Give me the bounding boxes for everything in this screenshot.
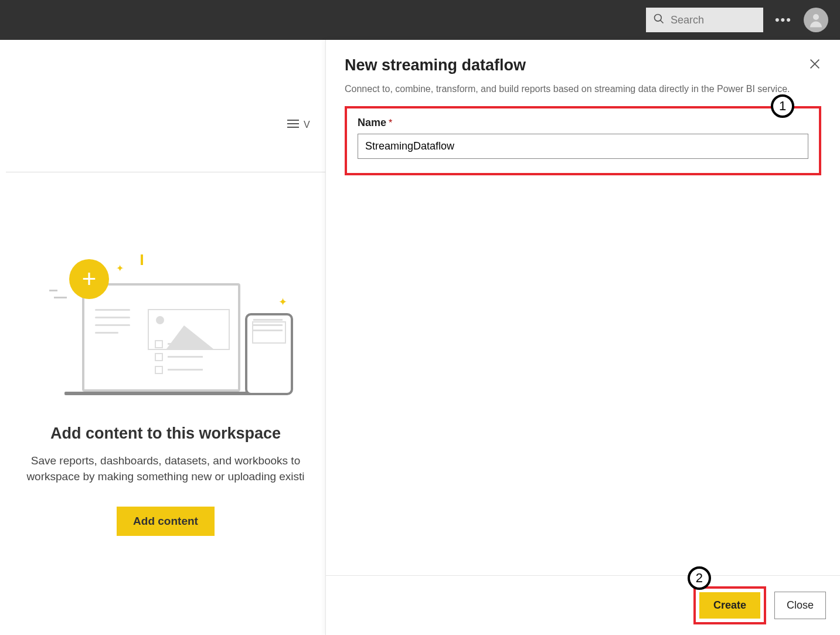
hamburger-icon: [287, 119, 299, 131]
new-streaming-dataflow-panel: New streaming dataflow Connect to, combi…: [325, 40, 840, 635]
panel-description: Connect to, combine, transform, and buil…: [345, 83, 802, 96]
search-icon: [653, 13, 665, 27]
name-label-text: Name: [358, 117, 386, 128]
create-button[interactable]: Create: [699, 592, 760, 619]
callout-badge-1: 1: [771, 94, 794, 118]
callout-badge-2: 2: [688, 566, 711, 590]
view-toggle-label: V: [304, 120, 310, 130]
search-box[interactable]: [646, 8, 763, 32]
more-options-icon[interactable]: •••: [775, 12, 792, 28]
panel-footer: 2 Create Close: [326, 575, 840, 635]
create-button-highlight: 2 Create: [693, 586, 766, 624]
view-toggle[interactable]: V: [287, 119, 310, 131]
add-content-button[interactable]: Add content: [117, 507, 215, 536]
svg-line-1: [660, 21, 663, 23]
name-field-highlight: 1 Name*: [345, 106, 821, 175]
user-avatar[interactable]: [804, 8, 828, 32]
empty-workspace-title: Add content to this workspace: [6, 425, 325, 443]
empty-workspace-card: ✦ + ✦ Add content to this workspace Save…: [6, 172, 325, 536]
name-field-label: Name*: [358, 117, 808, 129]
search-input[interactable]: [671, 14, 756, 26]
close-icon[interactable]: [808, 57, 822, 72]
plus-icon: +: [69, 259, 109, 299]
empty-workspace-description: Save reports, dashboards, datasets, and …: [6, 453, 325, 484]
name-input[interactable]: [358, 134, 808, 159]
app-header: •••: [0, 0, 840, 40]
workspace-illustration: ✦ + ✦: [64, 254, 293, 395]
panel-title: New streaming dataflow: [345, 56, 821, 74]
required-indicator: *: [389, 118, 392, 128]
svg-point-2: [813, 14, 819, 20]
close-button[interactable]: Close: [774, 592, 826, 619]
svg-point-0: [654, 15, 661, 22]
